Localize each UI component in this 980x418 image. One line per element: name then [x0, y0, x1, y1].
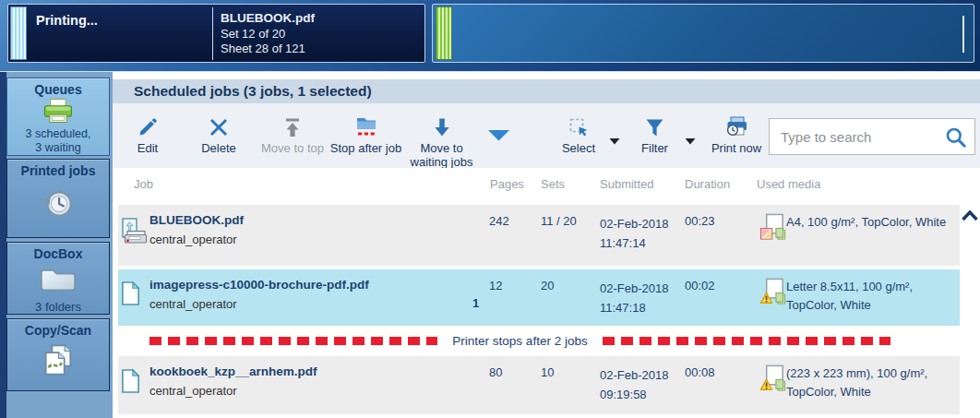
media-color-icon: [759, 212, 787, 245]
printing-progress-indicator: [10, 6, 27, 60]
current-job-set: Set 12 of 20: [221, 27, 315, 42]
job-name: kookboek_kzp__arnhem.pdf: [149, 364, 317, 378]
job-media: A4, 100 g/m², TopColor, White: [786, 213, 958, 232]
document-icon: [120, 280, 141, 311]
page-title: Scheduled jobs (3 jobs, 1 selected): [134, 79, 980, 103]
top-status-bar: Printing... BLUEBOOK.pdf Set 12 of 20 Sh…: [0, 0, 980, 72]
sidebar-item-docbox[interactable]: DocBox 3 folders: [6, 242, 110, 315]
printer-status-text: Printing...: [36, 13, 98, 28]
secondary-status-panel: [432, 4, 974, 63]
arrow-up-to-bar-icon: [256, 111, 329, 138]
sidebar-item-printed-jobs[interactable]: Printed jobs: [6, 159, 110, 238]
print-now-button[interactable]: Print now: [708, 111, 765, 155]
column-submitted: Submitted: [600, 177, 654, 191]
table-row-imagepress-selected[interactable]: imagepress-c10000-brochure-pdf.pdf centr…: [118, 269, 960, 326]
move-to-waiting-jobs-button[interactable]: Move to waiting jobs: [408, 111, 475, 169]
sidebar-item-copy-scan[interactable]: Copy/Scan: [6, 318, 110, 391]
column-sets: Sets: [541, 177, 565, 191]
current-job-name: BLUEBOOK.pdf: [221, 11, 315, 27]
section-title-band: Scheduled jobs (3 jobs, 1 selected): [113, 79, 980, 103]
job-order-number: 1: [472, 296, 479, 310]
arrow-down-icon: [408, 111, 475, 138]
job-name: BLUEBOOK.pdf: [149, 213, 244, 227]
printer-clock-icon: [708, 111, 765, 138]
sidebar: Queues 3 scheduled, 3 waiting Printed jo…: [0, 72, 113, 418]
job-submitted: 02-Feb-2018 11:47:18: [600, 279, 668, 317]
column-job: Job: [134, 177, 153, 191]
search-box: [769, 118, 975, 155]
job-owner: central_operator: [149, 233, 237, 246]
sidebar-item-queues[interactable]: Queues 3 scheduled, 3 waiting: [6, 78, 110, 156]
document-icon: [120, 367, 141, 399]
caret-down-icon: [608, 133, 621, 149]
column-pages: Pages: [490, 177, 524, 191]
printer-stop-label: Printer stops after 2 jobs: [452, 334, 587, 348]
sidebar-queues-label: Queues: [34, 81, 81, 98]
printing-status-panel: Printing... BLUEBOOK.pdf Set 12 of 20 Sh…: [7, 4, 425, 63]
column-used-media: Used media: [757, 177, 820, 191]
sidebar-docbox-label: DocBox: [34, 245, 83, 262]
job-name: imagepress-c10000-brochure-pdf.pdf: [149, 278, 369, 292]
folder-red-dash-icon: [327, 111, 405, 138]
job-submitted: 02-Feb-2018 11:47:14: [600, 214, 668, 253]
job-duration: 00:23: [685, 214, 715, 228]
sidebar-queues-count: 3 scheduled, 3 waiting: [26, 127, 91, 155]
filter-dropdown-caret[interactable]: [684, 133, 697, 149]
job-sets: 20: [541, 279, 554, 293]
current-job-sheet: Sheet 28 of 121: [221, 42, 315, 57]
edit-button[interactable]: Edit: [122, 111, 173, 155]
copy-scan-icon: [40, 342, 77, 381]
stop-after-job-button[interactable]: Stop after job: [327, 111, 405, 155]
table-row-kookboek[interactable]: kookboek_kzp__arnhem.pdf central_operato…: [118, 356, 960, 414]
filter-button[interactable]: Filter: [629, 111, 680, 155]
move-to-top-button[interactable]: Move to top: [256, 111, 329, 155]
queue-progress-indicator: [436, 6, 452, 60]
media-warning-icon: [759, 364, 787, 397]
selection-box-cursor-icon: [551, 111, 606, 138]
job-duration: 00:08: [685, 365, 715, 379]
funnel-icon: [629, 111, 680, 138]
job-pages: 12: [489, 279, 502, 293]
job-pages: 80: [489, 365, 502, 379]
job-submitted: 02-Feb-2018 09:19:58: [600, 365, 668, 404]
scroll-up-button[interactable]: [961, 209, 979, 226]
sidebar-spine: [0, 72, 6, 418]
folder-icon: [38, 264, 78, 297]
select-dropdown-caret[interactable]: [608, 133, 621, 149]
toolbar: Edit Delete Move to top Stop after job: [113, 103, 980, 168]
printer-icon: [41, 98, 76, 127]
job-sets: 10: [541, 365, 554, 379]
job-owner: central_operator: [149, 297, 237, 311]
media-warning-icon: [759, 277, 787, 310]
pencil-icon: [122, 111, 173, 138]
printer-stop-separator: Printer stops after 2 jobs: [118, 326, 960, 356]
job-printing-icon: [120, 217, 148, 250]
job-media: (223 x 223 mm), 100 g/m², TopColor, Whit…: [786, 364, 958, 401]
job-pages: 242: [489, 214, 509, 228]
caret-down-icon: [684, 133, 697, 149]
panel-tick-mark: [962, 16, 964, 53]
job-duration: 00:02: [685, 279, 715, 293]
job-media: Letter 8.5x11, 100 g/m², TopColor, White: [786, 278, 958, 315]
triangle-down-icon: [486, 130, 511, 146]
table-header: Job Pages Sets Submitted Duration Used m…: [113, 168, 980, 203]
job-owner: central_operator: [149, 384, 237, 398]
sidebar-copy-scan-label: Copy/Scan: [25, 322, 91, 339]
column-duration: Duration: [685, 177, 730, 191]
job-sets: 11 / 20: [541, 214, 577, 228]
sidebar-docbox-count: 3 folders: [35, 300, 81, 314]
table-row-bluebook[interactable]: BLUEBOOK.pdf central_operator 242 11 / 2…: [118, 205, 960, 266]
delete-button[interactable]: Delete: [186, 111, 251, 155]
sidebar-printed-jobs-label: Printed jobs: [21, 162, 96, 179]
select-button[interactable]: Select: [551, 111, 606, 155]
red-dashed-line: [603, 337, 890, 345]
more-tools-button[interactable]: [486, 127, 511, 147]
panel-divider: [212, 7, 213, 60]
red-dashed-line: [149, 337, 437, 345]
x-cross-icon: [186, 111, 251, 138]
history-icon: [40, 185, 77, 226]
current-job-info: BLUEBOOK.pdf Set 12 of 20 Sheet 28 of 12…: [221, 11, 315, 57]
chevron-up-icon: [961, 209, 979, 225]
